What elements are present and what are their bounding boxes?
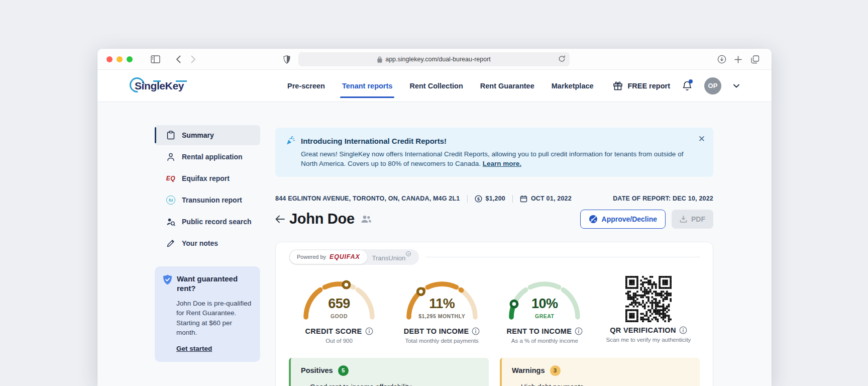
info-icon[interactable]	[365, 327, 373, 335]
tab-equifax[interactable]: Powered by EQUIFAX	[290, 250, 367, 264]
primary-menu: Pre-screen Tenant reports Rent Collectio…	[287, 70, 594, 102]
clipboard-icon	[166, 131, 176, 140]
close-window-button[interactable]	[106, 56, 113, 62]
rent-to-income-label: RENT TO INCOME	[507, 327, 572, 335]
sidebar-item-label: Your notes	[182, 239, 218, 247]
account-chevron-down-icon[interactable]	[733, 84, 739, 88]
positives-title: Positives	[301, 366, 333, 374]
tab-marketplace[interactable]: Marketplace	[552, 70, 594, 102]
tab-pre-screen[interactable]: Pre-screen	[287, 70, 325, 102]
rent-to-income-rating: GREAT	[504, 313, 585, 319]
qr-caption: Scan me to verify my authenticity	[606, 337, 691, 343]
promo-title: Want guaranteed rent?	[177, 274, 252, 294]
tab-transunion[interactable]: TransUnion tu	[367, 252, 418, 262]
rent-to-income-metric: 10% GREAT RENT TO INCOME As a % of month…	[495, 276, 594, 344]
minimize-window-button[interactable]	[117, 56, 123, 62]
lease-start-date: OCT 01, 2022	[531, 195, 572, 202]
divider	[512, 195, 513, 203]
credit-score-rating: GOOD	[299, 313, 379, 319]
qr-verification-label: QR VERIFICATION	[610, 326, 676, 334]
tab-tenant-reports[interactable]: Tenant reports	[342, 70, 392, 102]
reload-icon[interactable]	[558, 55, 566, 63]
sidebar-item-summary[interactable]: Summary	[155, 125, 260, 145]
zoom-window-button[interactable]	[127, 56, 133, 62]
new-tab-icon[interactable]	[732, 54, 743, 65]
report-date: DATE OF REPORT: DEC 10, 2022	[613, 195, 713, 202]
app-navbar: SingleKey Pre-screen Tenant reports Rent…	[97, 70, 772, 102]
flags-row: Positives 5 Good rent to income affordab…	[289, 358, 700, 386]
approve-decline-label: Approve/Decline	[602, 215, 657, 223]
sidebar-item-public-record-search[interactable]: Public record search	[155, 212, 260, 232]
approve-decline-button[interactable]: Approve/Decline	[580, 210, 666, 229]
singlekey-logo[interactable]: SingleKey	[130, 77, 201, 95]
person-icon	[166, 153, 176, 161]
sidebar-item-your-notes[interactable]: Your notes	[155, 233, 260, 253]
tab-rent-guarantee[interactable]: Rent Guarantee	[480, 70, 534, 102]
learn-more-link[interactable]: Learn more.	[483, 160, 521, 167]
sidebar-item-rental-application[interactable]: Rental application	[155, 147, 260, 167]
warnings-panel: Warnings 3 High debt payments	[500, 358, 700, 386]
transunion-mark-icon: tu	[406, 251, 411, 256]
equifax-logo-icon: EQ	[166, 175, 176, 182]
tenant-name: John Doe	[289, 211, 355, 227]
sidebar-item-label: Rental application	[182, 153, 243, 161]
forward-icon[interactable]	[188, 54, 199, 65]
notification-dot	[689, 79, 693, 83]
credit-score-caption: Out of 900	[325, 338, 353, 344]
notifications-button[interactable]	[682, 80, 692, 91]
divider	[467, 195, 468, 203]
browser-window: app.singlekey.com/dual-bureau-report Sin…	[97, 49, 772, 386]
privacy-shield-icon[interactable]	[281, 54, 292, 65]
back-icon[interactable]	[173, 54, 184, 65]
transunion-wordmark: TransUnion	[372, 254, 406, 262]
credit-score-metric: 659 GOOD CREDIT SCORE Out of 900	[290, 276, 388, 344]
report-main: Introducing International Credit Reports…	[275, 125, 713, 386]
downloads-icon[interactable]	[716, 54, 727, 65]
close-icon[interactable]: ✕	[698, 135, 705, 143]
download-icon	[680, 215, 687, 223]
debt-to-income-amount: $1,295 MONTHLY	[402, 313, 482, 319]
warnings-title: Warnings	[512, 366, 545, 374]
debt-to-income-label: DEBT TO INCOME	[404, 327, 469, 335]
person-search-icon	[166, 218, 176, 226]
pdf-download-button[interactable]: PDF	[672, 210, 713, 229]
svg-text:$: $	[477, 196, 479, 201]
tab-rent-collection[interactable]: Rent Collection	[409, 70, 463, 102]
info-icon[interactable]	[575, 327, 583, 335]
info-icon[interactable]	[472, 327, 480, 335]
address-bar[interactable]: app.singlekey.com/dual-bureau-report	[298, 52, 570, 66]
sidebar-toggle-icon[interactable]	[150, 54, 161, 65]
sidebar-item-transunion-report[interactable]: tu Transunion report	[155, 190, 260, 210]
window-controls	[106, 56, 133, 62]
party-popper-icon	[285, 136, 296, 146]
bureau-tabs: Powered by EQUIFAX TransUnion tu	[289, 249, 700, 265]
property-address: 844 EGLINTON AVENUE, TORONTO, ON, CANADA…	[275, 195, 460, 202]
navbar-actions: FREE report OP	[613, 77, 739, 94]
qr-verification-block: QR VERIFICATION Scan me to verify my aut…	[598, 276, 699, 344]
back-arrow-icon[interactable]	[275, 215, 289, 223]
equifax-wordmark: EQUIFAX	[330, 253, 360, 260]
qr-code-image	[625, 276, 672, 322]
positives-count-badge: 5	[338, 365, 349, 376]
announcement-banner: Introducing International Credit Reports…	[275, 128, 713, 177]
tab-overview-icon[interactable]	[749, 54, 761, 65]
co-applicants-icon[interactable]	[361, 215, 372, 223]
sidebar-item-label: Summary	[182, 131, 214, 139]
dollar-circle-icon: $	[475, 195, 482, 203]
sidebar-item-label: Public record search	[182, 218, 252, 226]
divider	[426, 257, 700, 257]
get-started-link[interactable]: Get started	[176, 345, 212, 352]
positives-panel: Positives 5 Good rent to income affordab…	[289, 358, 489, 386]
info-icon[interactable]	[679, 326, 687, 334]
rent-guarantee-promo-card: Want guaranteed rent? John Doe is pre-qu…	[155, 266, 260, 362]
free-report-label: FREE report	[627, 82, 670, 90]
logo-accent-bar	[176, 80, 187, 82]
sidebar-item-equifax-report[interactable]: EQ Equifax report	[155, 168, 260, 188]
tenant-header: John Doe Approve/Decline	[275, 210, 713, 229]
powered-by-label: Powered by	[297, 254, 326, 260]
promo-body: John Doe is pre-qualified for Rent Guara…	[176, 299, 252, 338]
avatar[interactable]: OP	[704, 77, 721, 94]
free-report-button[interactable]: FREE report	[613, 81, 670, 90]
credit-score-label: CREDIT SCORE	[305, 327, 362, 335]
calendar-icon	[520, 195, 527, 203]
